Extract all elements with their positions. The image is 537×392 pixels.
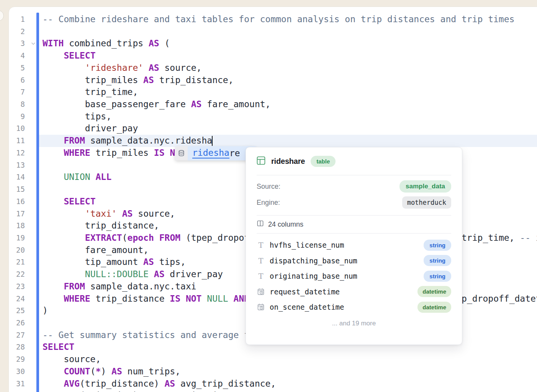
meta-row: Source:sample_data [257, 178, 451, 194]
datetime-type-icon [257, 288, 265, 296]
line-number: 14 [9, 171, 25, 183]
column-type-badge: datetime [417, 302, 451, 313]
gutter-accent-bar [36, 13, 39, 392]
line-number: 25 [9, 305, 25, 317]
columns-count-label: 24 columns [268, 220, 303, 229]
column-row: Toriginating_base_numstring [257, 268, 451, 284]
column-list: Thvfhs_license_numstringTdispatching_bas… [246, 234, 462, 315]
code-line[interactable]: ) [43, 305, 48, 317]
code-line[interactable]: trip_distance, [43, 220, 159, 232]
line-number: 27 [9, 329, 25, 341]
code-line[interactable]: UNION ALL [43, 171, 111, 183]
code-line[interactable]: AVG(trip_time) AS avg_trip_time, [43, 390, 234, 392]
code-line[interactable]: COUNT(*) AS num_trips, [43, 366, 180, 378]
line-number: 22 [9, 268, 25, 281]
line-number: 4 [9, 50, 25, 62]
columns-icon [257, 220, 264, 229]
code-line[interactable]: fare_amount, [43, 244, 149, 256]
fold-chevron-icon[interactable] [30, 41, 36, 47]
column-row: Tdispatching_base_numstring [257, 253, 451, 269]
column-row: request_datetimedatetime [257, 284, 451, 300]
column-name: on_scene_datetime [270, 303, 417, 311]
code-line[interactable]: base_passenger_fare AS fare_amount, [43, 98, 270, 111]
column-name: hvfhs_license_num [270, 241, 424, 249]
line-number: 13 [9, 159, 25, 172]
column-row: on_scene_datetimedatetime [257, 299, 451, 315]
table-info-card: rideshare table Source:sample_dataEngine… [246, 147, 462, 345]
code-line[interactable]: FROM sample_data.nyc.taxi [43, 281, 196, 293]
line-number: 3 [9, 38, 25, 50]
text-cursor [212, 136, 213, 146]
line-number: 11 [9, 135, 25, 147]
line-number: 19 [9, 232, 25, 244]
text-type-icon: T [259, 272, 264, 280]
code-line[interactable]: AVG(trip_distance) AS avg_trip_distance, [43, 378, 276, 390]
line-number: 31 [9, 378, 25, 390]
line-number: 26 [9, 317, 25, 329]
code-line[interactable]: WITH combined_trips AS ( [43, 38, 170, 50]
code-line[interactable]: driver_pay [43, 122, 138, 135]
line-number: 12 [9, 147, 25, 159]
code-line[interactable]: SELECT [43, 196, 95, 208]
line-number: 10 [9, 122, 25, 135]
card-header: rideshare table [246, 147, 462, 175]
columns-count-row: 24 columns [246, 216, 462, 233]
code-line[interactable]: SELECT [43, 341, 74, 353]
table-icon [257, 156, 265, 167]
app-background: { "colors":{ "page_background":"#f1ebe1"… [0, 0, 537, 392]
table-type-badge: table [311, 156, 336, 167]
column-type-badge: string [424, 240, 451, 251]
line-number: 5 [9, 62, 25, 74]
column-type-badge: string [424, 255, 451, 266]
code-line[interactable]: tip_amount AS tips, [43, 256, 186, 268]
line-number: 8 [9, 98, 25, 111]
datetime-type-icon [257, 303, 265, 311]
meta-label: Engine: [257, 199, 280, 207]
text-type-icon: T [259, 256, 264, 265]
line-number: 32 [9, 390, 25, 392]
line-number: 15 [9, 183, 25, 196]
autocomplete-match-text: ridesha [192, 149, 229, 158]
code-line[interactable]: 'rideshare' AS source, [43, 62, 201, 74]
autocomplete-popup: rideshare [175, 146, 257, 160]
database-icon [175, 146, 188, 160]
text-type-icon: T [259, 241, 264, 249]
code-line[interactable]: NULL::DOUBLE AS driver_pay [43, 268, 223, 281]
code-line[interactable]: 'taxi' AS source, [43, 208, 175, 220]
autocomplete-rest-text: re [229, 149, 240, 158]
meta-label: Source: [257, 183, 280, 191]
column-name: dispatching_base_num [270, 256, 424, 265]
table-name: rideshare [271, 157, 305, 166]
column-type-badge: string [424, 271, 451, 282]
column-row: Thvfhs_license_numstring [257, 237, 451, 253]
line-number: 28 [9, 341, 25, 353]
more-columns-text: ... and 19 more [246, 315, 462, 332]
column-name: request_datetime [270, 287, 417, 296]
table-meta-section: Source:sample_dataEngine:motherduck [246, 175, 462, 215]
code-line[interactable]: tips, [43, 111, 111, 123]
line-number: 24 [9, 293, 25, 305]
line-number: 18 [9, 220, 25, 232]
column-type-badge: datetime [417, 286, 451, 297]
line-number: 23 [9, 281, 25, 293]
line-number: 9 [9, 111, 25, 123]
meta-value-badge: motherduck [402, 196, 451, 209]
line-number: 1 [9, 13, 25, 26]
code-line[interactable]: -- Combine rideshare and taxi tables for… [43, 13, 514, 26]
line-number: 30 [9, 366, 25, 378]
line-number: 20 [9, 244, 25, 256]
code-line[interactable]: trip_time, [43, 86, 138, 98]
line-number: 2 [9, 26, 25, 38]
code-line[interactable]: FROM sample_data.nyc.ridesha [43, 135, 212, 147]
code-line[interactable]: trip_miles AS trip_distance, [43, 74, 234, 87]
left-edge-circle [0, 10, 4, 21]
meta-value-badge: sample_data [399, 180, 451, 193]
code-line[interactable]: SELECT [43, 50, 95, 62]
sql-editor[interactable]: 1234567891011121314151617181920212223242… [8, 7, 537, 392]
meta-row: Engine:motherduck [257, 194, 451, 211]
column-name: originating_base_num [270, 272, 424, 280]
line-number: 16 [9, 196, 25, 208]
code-line[interactable]: source, [43, 353, 101, 366]
line-number: 6 [9, 74, 25, 87]
line-number: 29 [9, 353, 25, 366]
